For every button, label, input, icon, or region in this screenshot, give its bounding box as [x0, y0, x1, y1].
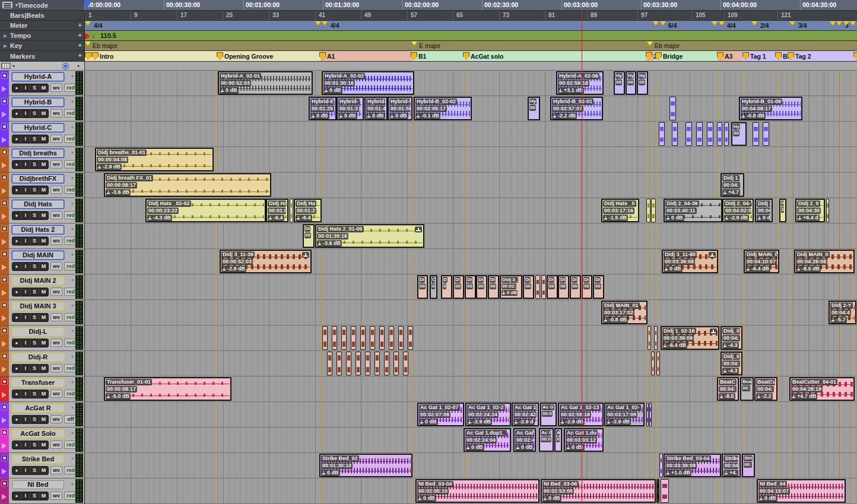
track-solo-button[interactable]: S [30, 161, 39, 168]
track-waveform-view-button[interactable]: wv [50, 364, 62, 372]
clip-sliver[interactable] [724, 122, 729, 146]
bars-beats-ruler[interactable]: Bars|Beats 19172533414957657381899710510… [0, 11, 857, 21]
track-name[interactable]: NI Bed [12, 480, 64, 489]
track-lane-didj-hats[interactable]: Didj Hats _02-0200:00:23:22-4.3 dBDidj H… [85, 198, 857, 224]
clip-di[interactable]: Di00 [593, 275, 604, 299]
clip-sliver[interactable] [346, 352, 351, 375]
track-options-caret-icon[interactable]: ▾ [71, 354, 74, 359]
clip-di[interactable]: Di00 [547, 275, 558, 299]
track-options-caret-icon[interactable]: ▾ [71, 252, 74, 257]
track-solo-button[interactable]: S [30, 467, 39, 474]
track-record-button[interactable]: ● [12, 84, 21, 92]
track-record-button[interactable]: ● [12, 416, 21, 423]
track-mute-button[interactable]: M [39, 186, 48, 194]
track-name[interactable]: Didj breaths [12, 149, 64, 158]
clip-hybrid-a-02-02[interactable]: Hybrid-A_02-0200:01:30:160 dB [322, 71, 414, 95]
track-waveform-view-button[interactable]: wv [50, 415, 62, 423]
track-mute-button[interactable]: M [39, 365, 48, 372]
track-waveform-view-button[interactable]: wv [50, 109, 62, 117]
meter-change-marker-icon[interactable] [843, 21, 849, 25]
track-mute-button[interactable]: M [39, 492, 48, 500]
track-record-enable-icon[interactable] [1, 455, 8, 461]
track-record-enable-icon[interactable] [1, 149, 8, 155]
clip-sliver[interactable] [669, 97, 676, 120]
track-playlist-icon[interactable] [2, 315, 7, 321]
track-lane-didj-r[interactable]: Didj_000:04:-4.3 [85, 351, 857, 377]
track-mute-button[interactable]: M [39, 135, 48, 143]
track-playlist-icon[interactable] [2, 392, 7, 398]
track-playlist-icon[interactable] [2, 111, 7, 117]
ruler-menu-icon[interactable] [2, 2, 12, 8]
clip-didj-0[interactable]: Didj_000:04:-4.3 [720, 326, 742, 350]
track-lane-ni-bed[interactable]: NI Bed_03-0400:02:05:100 dBNI Bed_03-060… [85, 479, 857, 504]
track-record-button[interactable]: ● [12, 467, 21, 474]
track-header-didj-main[interactable]: Didj MAIN▾●ISMwvred [0, 249, 85, 275]
track-record-button[interactable]: ● [12, 390, 21, 398]
clip-didj-hats-0[interactable]: Didj Hats _000:03:17:16-1.5 dB [601, 199, 639, 222]
clip-didj-1-02-16[interactable]: Didj 1_02-1600:03:39:09-6.4 dB [661, 326, 719, 350]
meter-ruler-label-cell[interactable]: Meter + [0, 21, 85, 31]
clip-didj-hats-02-02[interactable]: Didj Hats _02-0200:00:23:22-4.3 dB [145, 199, 266, 222]
track-options-caret-icon[interactable]: ▾ [71, 456, 74, 461]
track-waveform-view-button[interactable]: wv [50, 390, 62, 398]
track-record-button[interactable]: ● [12, 161, 21, 168]
clip-sliver[interactable] [290, 199, 293, 222]
clip-hybrid-e[interactable]: Hybrid-E00:01:250 dB [309, 97, 337, 120]
track-header-hybrid-b[interactable]: Hybrid-B▾●ISMwvred [0, 96, 85, 122]
track-record-enable-icon[interactable] [1, 251, 8, 257]
track-input-button[interactable]: I [21, 288, 30, 296]
clip-didj-3-[interactable]: Didj 3_00:02:0 dB [500, 275, 522, 299]
clip-sliver[interactable] [659, 122, 665, 146]
meter-change-marker-icon[interactable] [836, 21, 842, 25]
track-header-hybrid-c[interactable]: Hybrid-C▾●ISMwvred [0, 122, 85, 147]
clip-sliver[interactable] [646, 199, 650, 222]
track-lane-strike-bed[interactable]: Strike Bed_0200:01:30:100 dBStrike Bed_0… [85, 453, 857, 479]
clip-sliver[interactable] [656, 352, 660, 375]
track-waveform-view-button[interactable]: wv [50, 288, 62, 296]
track-name[interactable]: Didj Hats [12, 200, 64, 209]
track-lane-acgat-solo[interactable]: Ac Gat 1.dup1_00:02:24:040 dBAc Gat00:02… [85, 428, 857, 453]
track-name[interactable]: Didj MAIN [12, 251, 64, 260]
track-name[interactable]: AcGat R [12, 404, 64, 413]
clip-sliver[interactable] [685, 122, 692, 146]
track-header-acgat-r[interactable]: AcGat R▾●ISMwvoff [0, 402, 85, 428]
clip-strike-bed-03-04[interactable]: Strike Bed_03-0400:03:39:09+1.0 dB [664, 454, 721, 477]
clip-sliver[interactable] [717, 122, 722, 146]
track-options-caret-icon[interactable]: ▾ [71, 176, 74, 181]
track-options-caret-icon[interactable]: ▾ [71, 99, 74, 104]
clip-ni-bed-03-06[interactable]: NI Bed_03-0600:02:53:050 dB [541, 479, 656, 503]
meter-change-marker-icon[interactable] [712, 21, 718, 25]
key-change-marker-icon[interactable] [647, 42, 653, 46]
meter-change-marker-icon[interactable] [830, 21, 836, 25]
clip-c[interactable]: C0 [430, 275, 437, 299]
track-waveform-view-button[interactable]: wv [50, 211, 62, 219]
track-name[interactable]: AcGat Solo [12, 429, 64, 438]
track-lane-didj-hats-2[interactable]: Di00Didj Hats 2_01-0500:01:30:16-3.6 dB [85, 224, 857, 249]
track-mute-button[interactable]: M [39, 237, 48, 245]
track-header-didj-breaths[interactable]: Didj breaths▾●ISMwvred [0, 147, 85, 173]
track-record-button[interactable]: ● [12, 492, 21, 500]
clip-sliver[interactable] [360, 326, 366, 350]
track-header-didj-main-2[interactable]: Didj MAIN 2▾●ISMwvred [0, 275, 85, 300]
clip-ac-gat-1-02-[interactable]: Ac Gat 1_02-00:03:17:09-2.9 dB [604, 403, 645, 426]
clip-didj-2-y[interactable]: Didj 2-Y00:04:4-5.7 [829, 301, 856, 324]
clip-0[interactable]: 00 [779, 199, 786, 222]
clip-hy[interactable]: Hy00 [731, 122, 747, 146]
track-header-strike-bed[interactable]: Strike Bed▾●ISMwvred [0, 453, 85, 479]
edit-lanes[interactable]: Hybrid-A_02-0100:00:52:030 dBHybrid-A_02… [85, 71, 857, 504]
clip-beatcutter-04-01[interactable]: BeatCutter_04-0100:04:28:19+4.7 dB [789, 377, 855, 401]
track-record-button[interactable]: ● [12, 110, 21, 117]
track-mute-button[interactable]: M [39, 110, 48, 117]
track-header-didj-hats-2[interactable]: Didj Hats 2▾●ISMwvred [0, 224, 85, 249]
track-solo-button[interactable]: S [30, 186, 39, 194]
clip-sliver[interactable] [327, 352, 332, 375]
track-solo-button[interactable]: S [30, 416, 39, 423]
track-input-button[interactable]: I [21, 314, 30, 321]
track-playlist-icon[interactable] [2, 86, 7, 92]
track-record-enable-icon[interactable] [1, 327, 8, 334]
clip-bea[interactable]: Bea00: [740, 377, 754, 401]
track-playlist-icon[interactable] [2, 188, 7, 194]
track-input-button[interactable]: I [21, 110, 30, 117]
playhead-cursor[interactable] [582, 10, 582, 504]
track-solo-button[interactable]: S [30, 365, 39, 372]
